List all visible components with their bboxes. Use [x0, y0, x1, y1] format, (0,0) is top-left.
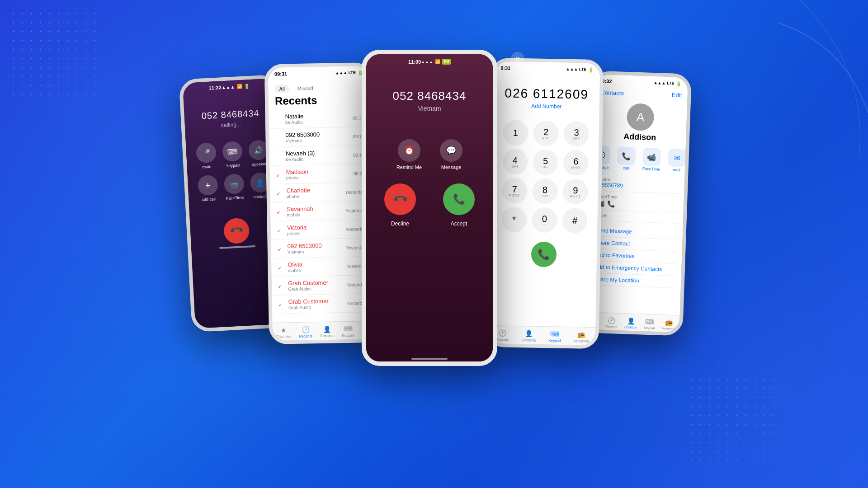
- facetime-label: FaceTime: [226, 195, 244, 201]
- tab-voicemail-5[interactable]: 📻 Voicemail: [662, 319, 676, 330]
- tab-keypad-4[interactable]: ⌨ Keypad: [548, 330, 561, 343]
- item-type: Vietnam: [288, 249, 346, 254]
- tab-label: Keypad: [548, 338, 561, 343]
- keypad-icon: ⌨: [344, 325, 353, 333]
- key-letters: GHI: [511, 164, 519, 168]
- tab-contacts-5[interactable]: 👤 Contacts: [624, 317, 637, 329]
- signal-icon-1: ▲▲▲: [221, 84, 235, 90]
- list-item[interactable]: Natalie be Audio 09:19: [269, 108, 370, 129]
- keypad-call-button[interactable]: 📞: [531, 241, 557, 267]
- item-info: 092 6503000 Vietnam: [288, 242, 346, 254]
- key-letters: PQRS: [509, 193, 520, 197]
- mail-quick-action[interactable]: ✉ mail: [667, 148, 686, 172]
- call-quick-action[interactable]: 📞 call: [617, 146, 636, 170]
- decline-button[interactable]: 📞: [384, 183, 416, 215]
- tab-recents[interactable]: 🕐 Recents: [299, 326, 312, 338]
- item-type: be Audio: [285, 119, 353, 125]
- decline-action: 📞 Decline: [384, 183, 416, 227]
- tab-voicemail-4[interactable]: 📻 Voicemail: [573, 331, 589, 343]
- back-button[interactable]: Contacts: [600, 89, 624, 97]
- key-7[interactable]: 7 PQRS: [502, 178, 528, 203]
- facetime-audio-icon[interactable]: 📞: [607, 200, 615, 208]
- key-8[interactable]: 8 TUV: [532, 178, 558, 204]
- missed-icon: ↙: [278, 246, 284, 251]
- calling-status: calling...: [221, 121, 241, 128]
- mute-btn[interactable]: 🎤 mute: [196, 142, 217, 169]
- share-location-action[interactable]: Share My Location: [594, 273, 676, 288]
- wifi-icon-1: 📶: [236, 84, 242, 89]
- key-5[interactable]: 5 JKL: [533, 150, 558, 175]
- item-info: Grab Customer Grab Audio: [288, 297, 347, 310]
- list-item[interactable]: Nevaeh (3) be Audio 09:16: [269, 145, 371, 166]
- list-item[interactable]: ↙ Olivia mobile Yesterday: [271, 257, 373, 277]
- facetime-btn[interactable]: 📹 FaceTime: [224, 174, 245, 201]
- tab-contacts[interactable]: 👤 Contacts: [320, 326, 335, 338]
- tab-recents-5[interactable]: 🕐 Recents: [605, 317, 618, 328]
- notes-row: notes: [596, 210, 678, 224]
- item-info: Charlotte phone: [286, 186, 345, 199]
- key-1[interactable]: 1: [503, 120, 528, 145]
- time-4: 9:31: [500, 65, 510, 70]
- key-hash[interactable]: #: [562, 208, 588, 234]
- tab-all[interactable]: All: [274, 84, 289, 93]
- tab-label: Contacts: [320, 334, 335, 338]
- end-call-button[interactable]: 📞: [223, 217, 250, 244]
- share-location-label: Share My Location: [594, 276, 639, 284]
- list-item[interactable]: ↙ Grab Customer Grab Audio Yesterday: [272, 275, 373, 296]
- tab-recents-4[interactable]: 🕐 Recents: [496, 329, 509, 342]
- keypad-btn[interactable]: ⌨ keypad: [222, 141, 243, 168]
- list-item[interactable]: ↙ Grab Customer Grab Audio Yesterday: [272, 294, 374, 314]
- tab-missed[interactable]: Missed: [293, 84, 318, 93]
- key-num: #: [572, 216, 577, 225]
- status-icons-4: ▲▲▲ LTE 🔋: [566, 66, 594, 72]
- contact-nav: Contacts Edit: [595, 85, 688, 101]
- wifi-3: 📶: [435, 59, 440, 64]
- tab-label: Contacts: [624, 325, 637, 329]
- status-icons-1: ▲▲▲ 📶 🔋: [221, 84, 249, 90]
- key-9[interactable]: 9 WXYZ: [562, 179, 588, 205]
- list-item[interactable]: ↙ Madison phone 08:25: [270, 164, 372, 184]
- decline-icon: 📞: [392, 191, 408, 207]
- recents-header: All Missed Recents: [268, 77, 370, 108]
- remind-me-btn[interactable]: ⏰ Remind Me: [396, 139, 422, 170]
- close-button[interactable]: ✕: [511, 52, 524, 66]
- item-type: Vietnam: [285, 137, 353, 144]
- tab-contacts-4[interactable]: 👤 Contacts: [522, 330, 536, 343]
- facetime-quick-action[interactable]: 📹 FaceTime: [642, 147, 661, 171]
- key-letters: ABC: [542, 136, 550, 139]
- add-call-btn[interactable]: + add call: [198, 175, 219, 202]
- list-item[interactable]: 092 6503000 Vietnam 09:16: [269, 127, 371, 147]
- contacts-icon: 👤: [627, 317, 635, 325]
- tab-keypad[interactable]: ⌨ Keypad: [342, 325, 354, 338]
- key-num: *: [512, 215, 516, 224]
- contact-avatar: A: [627, 103, 655, 131]
- tab-favorites[interactable]: ★ Favorites: [276, 326, 291, 339]
- recents-icon: 🕐: [302, 326, 309, 333]
- list-item[interactable]: ↙ Savannah mobile Yesterday: [270, 201, 372, 221]
- key-0[interactable]: 0 +: [532, 207, 557, 233]
- voicemail-icon: 📻: [577, 331, 585, 338]
- key-num: 1: [513, 128, 518, 137]
- key-4[interactable]: 4 GHI: [502, 149, 528, 174]
- key-star[interactable]: *: [501, 206, 527, 232]
- list-item[interactable]: ↙ Charlotte phone Yesterday: [270, 183, 372, 203]
- list-item[interactable]: ↙ 092 6503000 Vietnam Yesterday: [271, 238, 373, 258]
- key-3[interactable]: 3 DEF: [564, 121, 590, 147]
- list-item[interactable]: ↙ Victoria phone Yesterday: [271, 220, 373, 240]
- key-6[interactable]: 6 MNO: [563, 150, 589, 176]
- tab-keypad-5[interactable]: ⌨ Keypad: [644, 318, 656, 330]
- item-info: Grab Customer Grab Audio: [288, 279, 347, 291]
- signal-5: ▲▲▲ LTE: [654, 80, 675, 86]
- key-num: 6: [573, 157, 578, 166]
- facetime-icon: 📹: [224, 174, 245, 194]
- phone-icon: 📞: [617, 146, 636, 165]
- key-2[interactable]: 2 ABC: [533, 121, 559, 146]
- accept-button[interactable]: 📞: [443, 183, 475, 215]
- edit-button[interactable]: Edit: [672, 92, 682, 99]
- item-type: Grab Audio: [288, 286, 347, 291]
- message-btn[interactable]: 💬 Message: [440, 139, 462, 170]
- favorites-icon: ★: [281, 326, 287, 333]
- missed-icon: ↙: [278, 265, 284, 270]
- item-type: Grab Audio: [288, 304, 347, 310]
- add-number-link[interactable]: Add Number: [494, 102, 599, 110]
